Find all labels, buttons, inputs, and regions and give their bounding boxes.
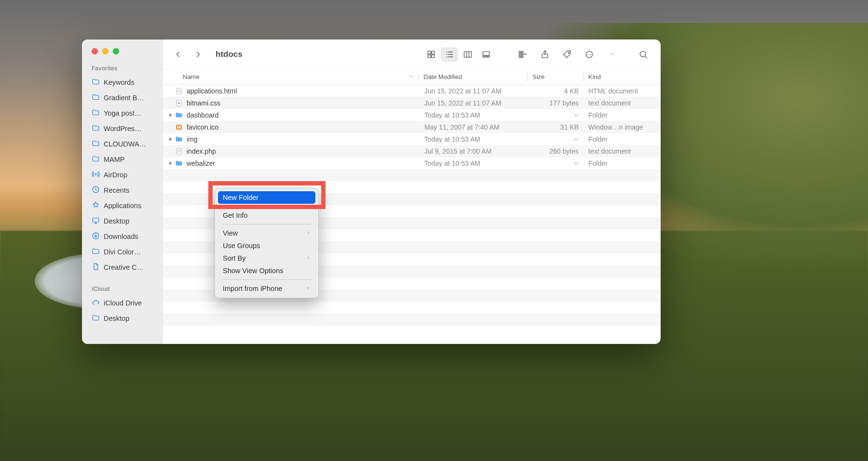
sidebar-item-label: Desktop	[104, 315, 129, 322]
svg-rect-7	[432, 54, 434, 57]
disclosure-triangle-icon[interactable]	[167, 137, 174, 141]
column-header-name-label: Name	[183, 73, 200, 80]
file-date: Today at 10:53 AM	[420, 111, 528, 119]
svg-rect-26	[522, 56, 523, 57]
file-size: --	[528, 159, 583, 167]
file-row[interactable]: img Today at 10:53 AM -- Folder	[163, 133, 661, 145]
view-gallery-button[interactable]	[477, 47, 495, 62]
svg-point-12	[446, 56, 447, 57]
context-menu-new-folder[interactable]: New Folder	[218, 191, 315, 204]
folder-icon	[92, 247, 100, 257]
view-list-button[interactable]	[441, 47, 458, 62]
column-header-date-label: Date Modified	[423, 73, 462, 80]
view-switcher	[422, 47, 495, 62]
sidebar-item-applications[interactable]: Applications	[82, 198, 162, 213]
context-menu-use-groups[interactable]: Use Groups	[218, 239, 315, 252]
file-row[interactable]: index.php Jul 9, 2015 at 7:00 AM 260 byt…	[163, 145, 661, 157]
file-row[interactable]: favicon.ico May 11, 2007 at 7:40 AM 31 K…	[163, 121, 661, 133]
sidebar-item-desktop[interactable]: Desktop	[82, 213, 162, 229]
file-kind: text document	[583, 147, 661, 155]
nav-forward-button[interactable]	[190, 47, 207, 62]
folder-icon	[174, 159, 184, 167]
disclosure-triangle-icon[interactable]	[167, 113, 174, 117]
close-window-button[interactable]	[92, 48, 98, 54]
group-by-button[interactable]	[514, 47, 531, 62]
file-name: applications.html	[184, 87, 420, 95]
file-size: 4 KB	[528, 87, 583, 95]
context-menu-sort-by[interactable]: Sort By	[218, 252, 315, 264]
view-columns-button[interactable]	[459, 47, 476, 62]
context-menu-get-info[interactable]: Get Info	[218, 209, 315, 222]
toolbar: htdocs	[163, 40, 661, 69]
airdrop-icon	[92, 170, 100, 180]
svg-point-10	[446, 54, 447, 55]
context-menu-item-label: Show View Options	[223, 267, 283, 275]
file-name: webalizer	[184, 159, 420, 167]
disclosure-triangle-icon[interactable]	[167, 161, 174, 165]
minimize-window-button[interactable]	[102, 48, 108, 54]
column-header-date[interactable]: Date Modified	[419, 73, 527, 80]
file-row[interactable]: webalizer Today at 10:53 AM -- Folder	[163, 157, 661, 169]
sidebar-item-label: Recents	[104, 186, 129, 194]
view-icons-button[interactable]	[422, 47, 440, 62]
context-menu-item-label: View	[223, 229, 238, 237]
svg-rect-2	[93, 218, 99, 223]
svg-rect-20	[488, 56, 489, 57]
sort-asc-icon	[409, 73, 414, 80]
sidebar-item-label: Applications	[104, 202, 141, 210]
file-row[interactable]: dashboard Today at 10:53 AM -- Folder	[163, 109, 661, 121]
sidebar-item-wordpress[interactable]: WordPres…	[82, 121, 162, 136]
maximize-window-button[interactable]	[113, 48, 119, 54]
svg-text:</>: </>	[177, 90, 181, 92]
search-button[interactable]	[635, 47, 652, 62]
sidebar-item-label: Creative C…	[104, 263, 144, 271]
folder-icon	[92, 139, 100, 149]
tags-button[interactable]	[558, 47, 576, 62]
file-date: Jul 9, 2015 at 7:00 AM	[420, 147, 528, 155]
sidebar-item-mamp[interactable]: MAMP	[82, 152, 162, 167]
context-menu-view[interactable]: View	[218, 227, 315, 239]
svg-rect-18	[483, 56, 484, 57]
column-header-kind[interactable]: Kind	[583, 73, 661, 80]
sidebar-item-cloudways[interactable]: CLOUDWA…	[82, 136, 162, 152]
folder-icon	[174, 111, 184, 119]
file-kind: Folder	[583, 111, 661, 119]
sidebar-item-divi[interactable]: Divi Color…	[82, 244, 162, 260]
svg-rect-38	[176, 125, 182, 129]
folder-icon	[174, 135, 184, 143]
file-row[interactable]: </> applications.html Jun 15, 2022 at 11…	[163, 85, 661, 97]
svg-rect-17	[483, 52, 489, 55]
sidebar-item-creative[interactable]: Creative C…	[82, 260, 162, 275]
nav-back-button[interactable]	[169, 47, 187, 62]
sidebar-item-recents[interactable]: Recents	[82, 183, 162, 198]
share-button[interactable]	[536, 47, 554, 62]
svg-rect-14	[464, 52, 472, 57]
column-header-size[interactable]: Size	[528, 73, 583, 80]
clock-icon	[92, 185, 100, 195]
sidebar-item-icloud-drive[interactable]: iCloud Drive	[82, 295, 162, 311]
sidebar-item-downloads[interactable]: Downloads	[82, 229, 162, 244]
file-size: 260 bytes	[528, 147, 583, 155]
file-kind: text document	[583, 99, 661, 107]
chevron-down-icon	[610, 50, 615, 59]
sidebar-favorites-header: Favorites	[82, 54, 162, 75]
sidebar-item-keywords[interactable]: Keywords	[82, 75, 162, 90]
file-date: Today at 10:53 AM	[420, 159, 528, 167]
context-menu-import-iphone[interactable]: Import from iPhone	[218, 282, 315, 295]
sidebar-item-airdrop[interactable]: AirDrop	[82, 167, 162, 183]
file-date: Jun 15, 2022 at 11:07 AM	[420, 87, 528, 95]
window-controls	[82, 40, 162, 54]
sidebar-item-yoga[interactable]: Yoga post…	[82, 105, 162, 121]
sidebar-item-icloud-desktop[interactable]: Desktop	[82, 311, 162, 326]
actions-button[interactable]	[581, 47, 598, 62]
context-menu: New Folder Get Info View Use Groups Sort…	[215, 188, 319, 298]
file-row[interactable]: bitnami.css Jun 15, 2022 at 11:07 AM 177…	[163, 97, 661, 109]
svg-rect-6	[428, 54, 431, 57]
context-menu-show-view-options[interactable]: Show View Options	[218, 264, 315, 277]
column-header-name[interactable]: Name	[163, 73, 418, 80]
sidebar-item-gradient[interactable]: Gradient B…	[82, 90, 162, 105]
html-file-icon: </>	[174, 87, 184, 95]
svg-point-30	[587, 54, 588, 55]
css-file-icon	[174, 99, 184, 107]
svg-point-8	[446, 52, 447, 53]
